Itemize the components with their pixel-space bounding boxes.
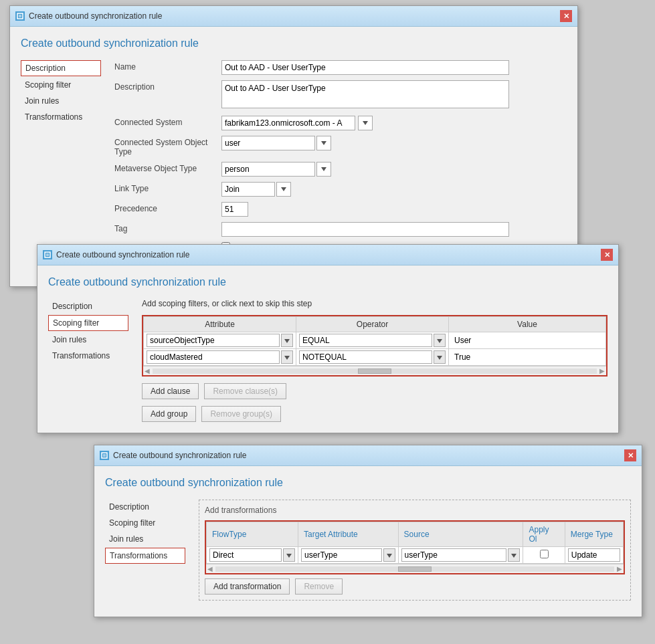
filter-row1-attr-input[interactable] bbox=[147, 334, 280, 347]
add-transformation-button[interactable]: Add transformation bbox=[205, 578, 290, 595]
nav-joinrules-2[interactable]: Join rules bbox=[48, 332, 128, 347]
scoping-content: Add scoping filters, or click next to sk… bbox=[142, 299, 607, 422]
titlebar-3: Create outbound synchronization rule ✕ bbox=[94, 445, 642, 466]
scroll-right-arrow[interactable]: ▶ bbox=[599, 367, 605, 374]
nav-description-2[interactable]: Description bbox=[48, 299, 128, 314]
scroll-left-arrow[interactable]: ◀ bbox=[145, 367, 150, 374]
label-connected-system: Connected System bbox=[114, 116, 221, 127]
filter-row2-op-input[interactable] bbox=[299, 350, 432, 364]
trans-row1-source bbox=[398, 547, 523, 564]
nav-transformations-3[interactable]: Transformations bbox=[105, 548, 185, 564]
nav-sidebar-3: Description Scoping filter Join rules Tr… bbox=[105, 500, 185, 565]
nav-description-3[interactable]: Description bbox=[105, 500, 185, 514]
precedence-input[interactable] bbox=[221, 202, 248, 217]
close-button-3[interactable]: ✕ bbox=[624, 449, 636, 461]
nav-transformations-1[interactable]: Transformations bbox=[21, 110, 101, 124]
filter-row2-op-btn[interactable] bbox=[434, 350, 446, 364]
field-tag: Tag bbox=[114, 222, 567, 237]
trans-scrollbar[interactable]: ◀ ▶ bbox=[206, 564, 624, 573]
filter-row1-val bbox=[449, 332, 606, 349]
csot-dropdown[interactable] bbox=[316, 136, 331, 150]
filter-row1-attr bbox=[144, 332, 296, 349]
filter-row1-op-btn[interactable] bbox=[434, 334, 446, 347]
filter-row-2 bbox=[144, 349, 606, 366]
label-name: Name bbox=[114, 60, 221, 72]
col-flowtype: FlowType bbox=[207, 522, 298, 547]
remove-group-button[interactable]: Remove group(s) bbox=[201, 406, 281, 422]
field-connected-system: Connected System bbox=[114, 116, 567, 130]
trans-scroll-right[interactable]: ▶ bbox=[617, 565, 622, 572]
filter-row2-attr bbox=[144, 349, 296, 366]
scrollbar-thumb-2[interactable] bbox=[358, 368, 391, 374]
nav-joinrules-1[interactable]: Join rules bbox=[21, 94, 101, 108]
window-title-3: Create outbound synchronization rule bbox=[100, 451, 246, 460]
trans-row1-target bbox=[298, 547, 399, 564]
input-description-wrapper: Out to AAD - User UserType bbox=[221, 80, 567, 110]
trans-row1-apply-ol bbox=[523, 547, 565, 564]
tag-input[interactable] bbox=[221, 222, 509, 237]
source-btn[interactable] bbox=[508, 548, 520, 562]
connected-system-dropdown[interactable] bbox=[358, 116, 373, 130]
clause-buttons: Add clause Remove clause(s) bbox=[142, 383, 607, 399]
close-button-2[interactable]: ✕ bbox=[601, 249, 613, 261]
target-attr-input[interactable] bbox=[301, 548, 382, 562]
label-description: Description bbox=[114, 80, 221, 92]
mot-dropdown[interactable] bbox=[316, 162, 331, 177]
label-linktype: Link Type bbox=[114, 182, 221, 193]
nav-description-1[interactable]: Description bbox=[21, 60, 101, 76]
remove-transformation-button[interactable]: Remove bbox=[295, 578, 343, 595]
trans-scroll-left[interactable]: ◀ bbox=[207, 565, 213, 572]
connected-system-input[interactable] bbox=[221, 116, 355, 130]
nav-joinrules-3[interactable]: Join rules bbox=[105, 532, 185, 546]
flowtype-input[interactable] bbox=[209, 548, 282, 562]
filter-row1-op-arrow bbox=[437, 339, 442, 343]
window-content-3: Create outbound synchronization rule Des… bbox=[94, 466, 642, 617]
source-input[interactable] bbox=[401, 548, 507, 562]
linktype-dropdown[interactable] bbox=[276, 182, 291, 197]
window-heading-3: Create outbound synchronization rule bbox=[105, 477, 631, 489]
filter-row1-op-input[interactable] bbox=[299, 334, 432, 347]
csot-input[interactable] bbox=[221, 136, 315, 150]
filter-row2-attr-btn[interactable] bbox=[281, 350, 293, 364]
window-content-2: Create outbound synchronization rule Des… bbox=[37, 265, 618, 433]
filter-row2-val-input[interactable] bbox=[452, 350, 603, 364]
trans-scrollbar-thumb[interactable] bbox=[398, 566, 432, 572]
field-mot: Metaverse Object Type bbox=[114, 162, 567, 177]
nav-scoping-2[interactable]: Scoping filter bbox=[48, 315, 128, 331]
mot-input[interactable] bbox=[221, 162, 315, 177]
nav-scoping-1[interactable]: Scoping filter bbox=[21, 78, 101, 92]
trans-table-container: FlowType Target Attribute Source Apply O… bbox=[205, 520, 625, 574]
filter-table-container: Attribute Operator Value bbox=[142, 315, 607, 377]
linktype-input[interactable] bbox=[221, 182, 275, 197]
filter-row2-op bbox=[296, 349, 449, 366]
col-merge-type: Merge Type bbox=[565, 522, 623, 547]
nav-transformations-2[interactable]: Transformations bbox=[48, 348, 128, 363]
filter-row2-attr-input[interactable] bbox=[147, 350, 280, 364]
target-attr-btn[interactable] bbox=[383, 548, 395, 562]
trans-row1-merge-type bbox=[565, 547, 623, 564]
apply-ol-checkbox[interactable] bbox=[540, 550, 549, 558]
filter-table-scrollbar[interactable]: ◀ ▶ bbox=[143, 366, 606, 375]
nav-scoping-3[interactable]: Scoping filter bbox=[105, 516, 185, 530]
transformation-buttons: Add transformation Remove bbox=[205, 578, 625, 595]
input-name[interactable] bbox=[221, 60, 509, 75]
input-description[interactable]: Out to AAD - User UserType bbox=[221, 80, 509, 108]
field-name: Name bbox=[114, 60, 567, 75]
connected-system-wrapper bbox=[221, 116, 567, 130]
field-description: Description Out to AAD - User UserType bbox=[114, 80, 567, 110]
window-icon-2 bbox=[43, 250, 52, 259]
filter-row1-attr-btn[interactable] bbox=[281, 334, 293, 347]
flowtype-btn[interactable] bbox=[283, 548, 295, 562]
trans-row1-flowtype bbox=[207, 547, 298, 564]
filter-row1-val-input[interactable] bbox=[452, 334, 603, 347]
col-value: Value bbox=[449, 317, 606, 332]
svg-rect-6 bbox=[102, 453, 107, 458]
titlebar-2: Create outbound synchronization rule ✕ bbox=[37, 245, 618, 265]
merge-type-input[interactable] bbox=[568, 548, 620, 562]
close-button-1[interactable]: ✕ bbox=[560, 10, 572, 22]
add-group-button[interactable]: Add group bbox=[142, 406, 196, 422]
csot-arrow bbox=[321, 141, 326, 145]
remove-clause-button[interactable]: Remove clause(s) bbox=[204, 383, 286, 399]
add-clause-button[interactable]: Add clause bbox=[142, 383, 199, 399]
field-linktype: Link Type bbox=[114, 182, 567, 197]
